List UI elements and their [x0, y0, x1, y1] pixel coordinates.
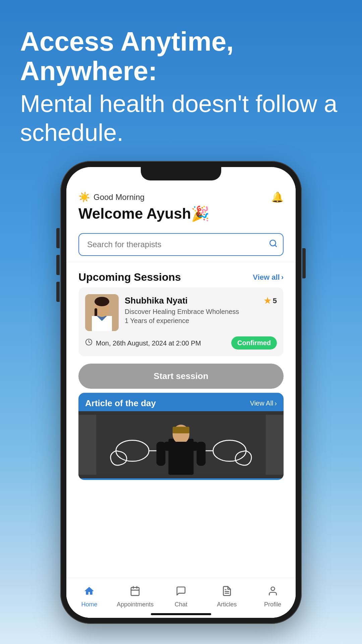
- greeting-text: Good Morning: [94, 193, 144, 202]
- welcome-text: Welcome Ayush🎉: [78, 206, 284, 222]
- svg-rect-24: [131, 587, 139, 595]
- divider: [66, 262, 296, 262]
- svg-rect-13: [265, 415, 284, 475]
- upcoming-sessions-title: Upcoming Sessions: [78, 271, 181, 283]
- hero-section: Access Anytime, Anywhere: Mental health …: [20, 27, 342, 147]
- sun-icon: ☀️: [78, 192, 90, 203]
- bell-wrapper[interactable]: 🔔: [271, 191, 284, 203]
- nav-item-articles[interactable]: Articles: [204, 586, 250, 608]
- star-icon: ★: [264, 296, 271, 306]
- profile-label: Profile: [264, 601, 281, 608]
- home-label: Home: [81, 601, 97, 608]
- chat-label: Chat: [175, 601, 187, 608]
- search-input[interactable]: [78, 233, 284, 256]
- home-icon: [84, 586, 95, 599]
- upcoming-sessions-header: Upcoming Sessions View all ›: [66, 266, 296, 287]
- therapist-details: Shubhika Nyati ★ 5 Discover Healing Embr…: [125, 294, 277, 325]
- articles-icon: [222, 586, 232, 599]
- article-illustration: [78, 411, 284, 478]
- app-content: ☀️ Good Morning 🔔 Welcome Ayush🎉: [66, 183, 296, 618]
- nav-item-profile[interactable]: Profile: [250, 586, 296, 608]
- chevron-right-icon: ›: [281, 273, 284, 282]
- confirmed-badge: Confirmed: [231, 336, 277, 350]
- svg-rect-17: [164, 442, 198, 451]
- rating-value: 5: [273, 297, 277, 305]
- session-card: Shubhika Nyati ★ 5 Discover Healing Embr…: [78, 287, 284, 356]
- therapist-experience: 1 Years of experience: [125, 317, 277, 325]
- appointments-icon: [130, 586, 140, 599]
- article-section: Article of the day View All ›: [78, 393, 284, 480]
- schedule-text: Mon, 26th August, 2024 at 2:00 PM: [96, 339, 201, 347]
- article-view-all-button[interactable]: View All ›: [250, 399, 277, 407]
- clock-icon: [85, 338, 93, 348]
- greeting-left: ☀️ Good Morning: [78, 192, 144, 203]
- chevron-right-icon: ›: [275, 399, 277, 407]
- bottom-nav: Home Appointments: [66, 578, 296, 618]
- hero-headline: Access Anytime, Anywhere:: [20, 27, 342, 86]
- nav-item-appointments[interactable]: Appointments: [112, 586, 158, 608]
- svg-rect-16: [173, 427, 189, 434]
- svg-point-5: [95, 297, 109, 306]
- appointments-label: Appointments: [117, 601, 154, 608]
- therapist-name-row: Shubhika Nyati ★ 5: [125, 296, 277, 306]
- bell-icon[interactable]: 🔔: [271, 192, 284, 203]
- article-image: [78, 411, 284, 478]
- phone-notch: [141, 167, 221, 180]
- schedule-time: Mon, 26th August, 2024 at 2:00 PM: [85, 338, 201, 348]
- article-header: Article of the day View All ›: [78, 393, 284, 411]
- phone-screen: ☀️ Good Morning 🔔 Welcome Ayush🎉: [66, 167, 296, 618]
- schedule-row: Mon, 26th August, 2024 at 2:00 PM Confir…: [85, 336, 277, 350]
- hero-subtext: Mental health doesn't follow a schedule.: [20, 89, 342, 147]
- therapist-name: Shubhika Nyati: [125, 296, 188, 306]
- articles-label: Articles: [217, 601, 237, 608]
- svg-point-30: [271, 587, 275, 591]
- start-session-button[interactable]: Start session: [78, 364, 284, 389]
- phone-mockup: ☀️ Good Morning 🔔 Welcome Ayush🎉: [60, 161, 302, 624]
- view-all-sessions-button[interactable]: View all ›: [253, 273, 284, 282]
- therapist-tagline: Discover Healing Embrace Wholeness: [125, 308, 277, 316]
- svg-rect-19: [197, 442, 206, 466]
- therapist-info: Shubhika Nyati ★ 5 Discover Healing Embr…: [85, 294, 277, 331]
- profile-icon: [267, 586, 278, 599]
- rating: ★ 5: [264, 296, 277, 306]
- app-header: ☀️ Good Morning 🔔 Welcome Ayush🎉: [66, 183, 296, 227]
- article-title: Article of the day: [85, 398, 156, 409]
- nav-item-chat[interactable]: Chat: [158, 586, 204, 608]
- svg-line-1: [275, 245, 277, 247]
- search-button[interactable]: [269, 239, 278, 250]
- svg-rect-18: [157, 442, 166, 466]
- therapist-avatar-image: [85, 294, 119, 331]
- search-bar: [78, 233, 284, 256]
- therapist-avatar: [85, 294, 119, 331]
- nav-item-home[interactable]: Home: [66, 586, 112, 608]
- phone-frame: ☀️ Good Morning 🔔 Welcome Ayush🎉: [60, 161, 302, 624]
- chat-icon: [176, 586, 186, 599]
- home-indicator: [151, 613, 211, 615]
- greeting-row: ☀️ Good Morning 🔔: [78, 191, 284, 203]
- svg-rect-12: [78, 415, 97, 475]
